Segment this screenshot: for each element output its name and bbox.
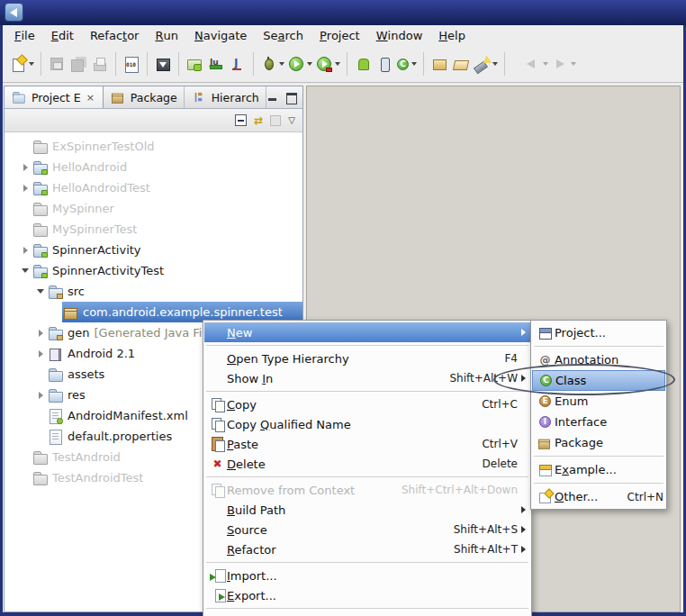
closed-project-icon — [32, 450, 48, 465]
new-wizard-button[interactable] — [8, 50, 36, 77]
menu-navigate[interactable]: Navigate — [186, 25, 255, 46]
expand-arrow-icon[interactable] — [19, 185, 32, 192]
context-menu-item-delete[interactable]: ✖DeleteDelete — [204, 454, 530, 474]
maximize-view-button[interactable] — [284, 92, 297, 103]
menu-edit[interactable]: Edit — [43, 25, 82, 46]
debug-button[interactable] — [258, 50, 286, 77]
menu-separator — [206, 476, 528, 477]
submenu-item-example[interactable]: Example... — [532, 459, 665, 480]
menu-window[interactable]: Window — [368, 25, 431, 46]
window-back-icon[interactable] — [5, 3, 23, 22]
submenu-arrow-icon — [518, 526, 528, 533]
context-menu-item-export[interactable]: Export... — [204, 585, 530, 605]
context-menu-item-copy-qualified-name[interactable]: Copy Qualified Name — [204, 414, 530, 434]
open-resource-button[interactable] — [450, 50, 472, 77]
dropdown-caret-icon — [335, 62, 340, 66]
library-icon — [48, 347, 63, 361]
expand-arrow-icon[interactable] — [19, 164, 32, 171]
remove-from-context-icon — [210, 483, 225, 497]
ddms-button[interactable] — [374, 50, 395, 77]
menu-search[interactable]: Search — [255, 25, 311, 46]
open-task-button[interactable] — [429, 50, 450, 77]
task-icon — [431, 56, 447, 72]
minimize-view-button[interactable] — [266, 92, 279, 103]
menu-run[interactable]: Run — [147, 25, 186, 46]
android-sdk-manager-button[interactable] — [152, 50, 174, 77]
interface-icon: I — [539, 416, 551, 428]
print-button[interactable] — [89, 50, 111, 77]
expand-arrow-icon[interactable] — [34, 350, 47, 358]
save-all-icon — [70, 56, 86, 72]
submenu-item-interface[interactable]: IInterface — [532, 412, 665, 432]
submenu-item-project[interactable]: Project... — [532, 322, 665, 343]
source-folder-icon — [48, 285, 63, 299]
collapse-all-button[interactable] — [235, 114, 247, 126]
junit-test-button[interactable]: Ju — [205, 50, 227, 77]
android-project-icon — [186, 56, 203, 72]
tab-project-explorer[interactable]: Project E × — [5, 86, 104, 108]
tree-item-src[interactable]: src — [5, 281, 302, 302]
submenu-item-annotation[interactable]: @Annotation — [532, 349, 665, 370]
tree-item-exspinnertestold[interactable]: ExSpinnerTestOld — [5, 136, 302, 157]
expand-arrow-icon[interactable] — [34, 392, 47, 399]
context-menu-item-open-type-hierarchy[interactable]: Open Type HierarchyF4 — [204, 349, 530, 368]
main-toolbar: 010 Ju J C — [3, 46, 683, 83]
context-menu-item-refresh[interactable]: RefreshF5 — [204, 611, 530, 616]
forward-button[interactable] — [550, 50, 578, 77]
save-icon — [49, 56, 65, 72]
menu-help[interactable]: Help — [430, 25, 474, 46]
context-menu-item-show-in[interactable]: Show InShift+Alt+W — [204, 368, 530, 388]
save-all-button[interactable] — [68, 50, 89, 77]
package-icon — [537, 437, 550, 449]
context-menu-item-source[interactable]: SourceShift+Alt+S — [204, 520, 530, 539]
project-icon — [537, 326, 553, 340]
tree-item-spinneractivity[interactable]: SpinnerActivity — [5, 240, 302, 260]
link-with-editor-button[interactable]: ⇄ — [254, 115, 263, 126]
menu-file[interactable]: File — [6, 25, 43, 46]
collapse-arrow-icon[interactable] — [19, 268, 32, 273]
context-menu-item-build-path[interactable]: Build Path — [204, 500, 530, 520]
manifest-file-icon — [48, 409, 63, 423]
external-tools-button[interactable] — [314, 50, 342, 77]
tree-item-myspinnertest[interactable]: MySpinnerTest — [5, 219, 302, 240]
java-application-button[interactable]: J — [227, 50, 248, 77]
context-menu-item-refactor[interactable]: RefactorShift+Alt+T — [204, 539, 530, 559]
expand-arrow-icon[interactable] — [34, 330, 47, 337]
view-toolbar: ⇄ ▽ — [5, 109, 302, 132]
dropdown-caret-icon — [279, 62, 284, 66]
menu-separator — [206, 345, 528, 346]
context-menu-item-new[interactable]: New — [204, 322, 530, 342]
binary-file-button[interactable]: 010 — [121, 50, 142, 77]
view-menu-button[interactable]: ▽ — [288, 115, 295, 125]
context-menu-item-paste[interactable]: PasteCtrl+V — [204, 434, 530, 454]
tree-item-helloandroid[interactable]: HelloAndroid — [5, 157, 302, 177]
back-button[interactable] — [522, 50, 550, 77]
package-explorer-icon — [111, 91, 123, 104]
tree-item-myspinner[interactable]: MySpinner — [5, 198, 302, 219]
tree-item-spinneractivitytest[interactable]: SpinnerActivityTest — [5, 260, 302, 281]
android-avd-manager-button[interactable] — [352, 50, 374, 77]
submenu-item-package[interactable]: Package — [532, 432, 665, 453]
tab-hierarchy[interactable]: Hierarch — [185, 86, 266, 108]
context-menu-item-copy[interactable]: CopyCtrl+C — [204, 394, 530, 414]
submenu-item-other[interactable]: Other...Ctrl+N — [532, 486, 665, 507]
context-menu: New Open Type HierarchyF4 Show InShift+A… — [203, 320, 532, 616]
close-tab-icon[interactable]: × — [85, 93, 96, 103]
tab-package-explorer[interactable]: Package — [104, 86, 185, 108]
menu-project[interactable]: Project — [311, 25, 368, 46]
expand-arrow-icon[interactable] — [19, 247, 32, 254]
save-button[interactable] — [46, 50, 68, 77]
run-button[interactable] — [286, 50, 314, 77]
new-class-button[interactable]: C — [395, 50, 419, 77]
search-button[interactable] — [472, 50, 500, 77]
collapse-arrow-icon[interactable] — [34, 289, 47, 294]
menu-refactor[interactable]: Refactor — [82, 25, 148, 46]
tree-item-helloandroidtest[interactable]: HelloAndroidTest — [5, 177, 302, 198]
dropdown-caret-icon — [29, 62, 34, 66]
new-android-project-button[interactable] — [184, 50, 205, 77]
binary-file-icon: 010 — [123, 56, 140, 72]
submenu-item-enum[interactable]: EEnum — [532, 391, 665, 412]
context-menu-item-import[interactable]: Import... — [204, 566, 530, 585]
focus-on-active-task-button[interactable] — [270, 115, 281, 126]
submenu-item-class[interactable]: CClass — [532, 370, 665, 391]
